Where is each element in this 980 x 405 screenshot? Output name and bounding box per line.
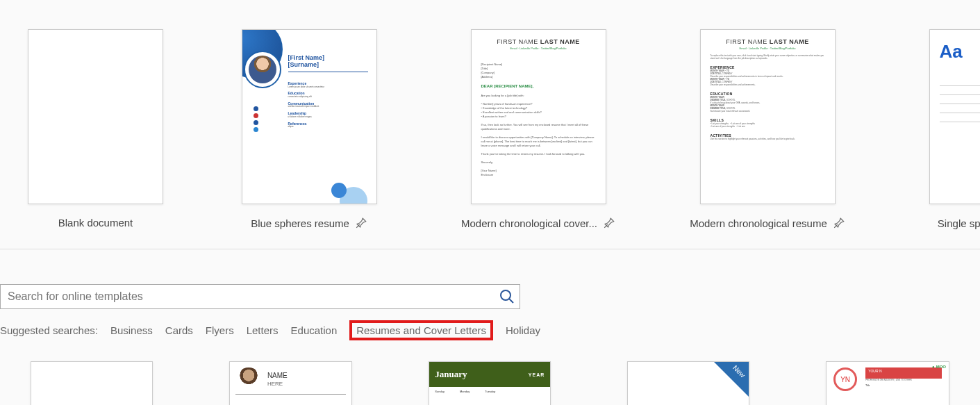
svg-line-5 xyxy=(509,299,513,303)
template-thumb: Aa xyxy=(929,29,981,204)
search-section: Suggested searches: Business Cards Flyer… xyxy=(0,284,980,340)
lower-templates-row: NAMEHERE JanuaryYEAR SundayMondayTuesday… xyxy=(0,340,980,405)
template-caption: Single spaced (blank) xyxy=(938,217,980,229)
template-thumb: [First Name][Surname] ExperienceLorem ip… xyxy=(242,29,377,204)
template-lower-3[interactable]: JanuaryYEAR SundayMondayTuesday xyxy=(429,361,551,405)
template-caption: Modern chronological cover... xyxy=(461,217,597,229)
pin-icon[interactable] xyxy=(833,217,845,229)
suggested-search-holiday[interactable]: Holiday xyxy=(506,324,540,336)
template-caption: Blank document xyxy=(58,217,133,229)
template-thumb: FIRST NAME LAST NAME Email · LinkedIn Pr… xyxy=(700,29,836,204)
template-blue-spheres-resume[interactable]: [First Name][Surname] ExperienceLorem ip… xyxy=(226,29,392,229)
suggested-search-education[interactable]: Education xyxy=(291,324,338,336)
template-lower-4[interactable]: New xyxy=(627,361,749,405)
template-caption: Modern chronological resume xyxy=(690,217,827,229)
template-lower-5[interactable]: MOO YN YOUR N PROFESSION OR INDUSTRY | L… xyxy=(826,361,949,405)
pin-icon[interactable] xyxy=(355,217,367,229)
divider xyxy=(0,249,980,249)
template-lower-1[interactable] xyxy=(31,361,153,405)
template-single-spaced-blank[interactable]: Aa Single spaced (blank) xyxy=(913,29,980,229)
template-modern-chronological-resume[interactable]: FIRST NAME LAST NAME Email · LinkedIn Pr… xyxy=(684,29,851,229)
svg-point-4 xyxy=(501,290,510,300)
suggested-search-business[interactable]: Business xyxy=(110,324,153,336)
search-box xyxy=(0,284,520,309)
template-thumb: FIRST NAME LAST NAME Email · LinkedIn Pr… xyxy=(471,29,606,204)
search-icon[interactable] xyxy=(497,287,517,306)
template-modern-chronological-cover-letter[interactable]: FIRST NAME LAST NAME Email · LinkedIn Pr… xyxy=(455,29,622,229)
highlighted-search-box: Resumes and Cover Letters xyxy=(349,320,493,340)
suggested-searches-row: Suggested searches: Business Cards Flyer… xyxy=(0,320,980,340)
suggested-searches-label: Suggested searches: xyxy=(0,324,98,336)
suggested-search-letters[interactable]: Letters xyxy=(247,324,279,336)
template-blank-document[interactable]: Blank document xyxy=(28,29,163,229)
suggested-search-resumes-cover-letters[interactable]: Resumes and Cover Letters xyxy=(356,324,486,336)
search-input[interactable] xyxy=(1,290,497,303)
top-templates-row: Blank document [First Name][Surname] Exp… xyxy=(0,0,980,249)
pin-icon[interactable] xyxy=(603,217,615,229)
template-lower-2[interactable]: NAMEHERE xyxy=(229,361,352,405)
suggested-search-cards[interactable]: Cards xyxy=(165,324,193,336)
template-thumb xyxy=(28,29,163,204)
template-caption: Blue spheres resume xyxy=(251,217,349,229)
suggested-search-flyers[interactable]: Flyers xyxy=(206,324,234,336)
